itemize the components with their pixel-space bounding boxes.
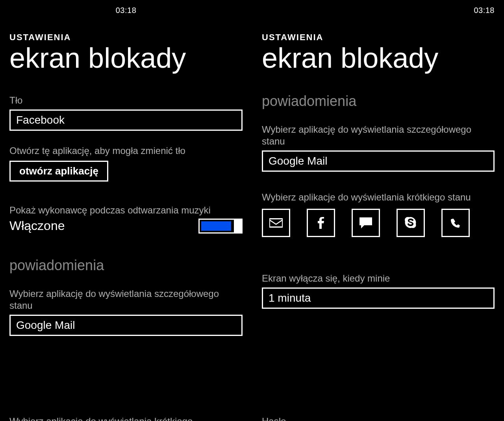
detailed-status-label: Wybierz aplikację do wyświetlania szczeg… (262, 124, 495, 147)
detailed-status-select[interactable]: Google Mail (9, 315, 243, 336)
mail-icon (269, 218, 283, 228)
toggle-thumb (234, 219, 243, 234)
artist-toggle[interactable] (198, 219, 243, 234)
cutoff-text-left: Wybierz aplikacje do wyświetlania krótki… (9, 415, 243, 421)
facebook-icon (318, 217, 324, 229)
right-pane: 03:18 USTAWIENIA ekran blokady powiadomi… (252, 0, 504, 421)
quick-slot-skype[interactable] (397, 209, 425, 237)
left-pane: 03:18 USTAWIENIA ekran blokady Tło Faceb… (0, 0, 252, 421)
detailed-status-label: Wybierz aplikację do wyświetlania szczeg… (9, 288, 243, 312)
status-clock: 03:18 (474, 6, 495, 15)
status-bar: 03:18 (9, 0, 243, 15)
artist-toggle-label: Pokaż wykonawcę podczas odtwarzania muzy… (9, 204, 243, 216)
detailed-status-select[interactable]: Google Mail (262, 150, 495, 172)
status-clock: 03:18 (116, 6, 137, 15)
cutoff-text-right: Hasło (262, 415, 495, 421)
page-title: ekran blokady (9, 43, 243, 73)
page-title: ekran blokady (262, 43, 495, 73)
background-select[interactable]: Facebook (9, 109, 243, 131)
notifications-heading: powiadomienia (262, 93, 495, 109)
open-app-button[interactable]: otwórz aplikację (9, 161, 108, 182)
breadcrumb: USTAWIENIA (9, 32, 243, 43)
artist-toggle-value: Włączone (9, 219, 65, 233)
quick-slot-phone[interactable] (441, 209, 470, 237)
phone-icon (450, 218, 461, 228)
notifications-heading: powiadomienia (9, 257, 243, 274)
quick-status-row (262, 209, 495, 237)
skype-icon (405, 217, 417, 229)
quick-status-label: Wybierz aplikacje do wyświetlania krótki… (262, 191, 495, 203)
quick-slot-messaging[interactable] (352, 209, 380, 237)
quick-slot-mail[interactable] (262, 209, 290, 237)
background-label: Tło (9, 95, 243, 106)
messaging-icon (359, 217, 372, 228)
quick-slot-facebook[interactable] (307, 209, 335, 237)
breadcrumb: USTAWIENIA (262, 32, 495, 43)
screen-timeout-select[interactable]: 1 minuta (262, 287, 495, 309)
artist-toggle-row: Włączone (9, 219, 243, 234)
open-app-hint: Otwórz tę aplikację, aby mogła zmienić t… (9, 145, 243, 157)
toggle-track (201, 221, 231, 231)
status-bar: 03:18 (262, 0, 495, 15)
screen-timeout-label: Ekran wyłącza się, kiedy minie (262, 273, 495, 284)
